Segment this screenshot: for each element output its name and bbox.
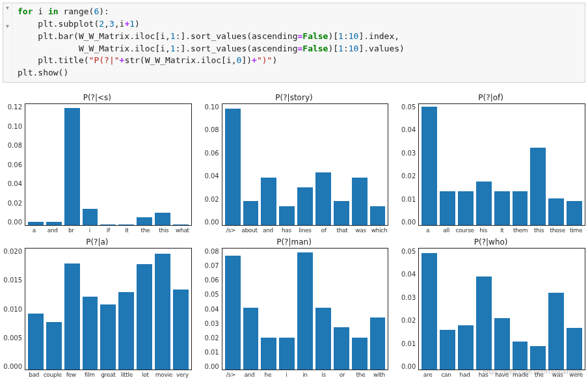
code-content[interactable]: for i in range(6): plt.subplot(2,3,i+1) …: [12, 3, 410, 82]
x-tick: and: [259, 226, 278, 235]
x-tick: that: [333, 226, 352, 235]
plot-area: [418, 248, 585, 370]
chart-body: 0.120.100.080.060.040.020.00: [3, 103, 192, 226]
x-tick: made: [511, 370, 530, 379]
bar: [83, 297, 98, 370]
x-tick: i: [277, 370, 296, 379]
fold-triangle[interactable]: ▾: [6, 5, 9, 11]
bar: [155, 254, 170, 370]
y-tick: 0.12: [8, 103, 22, 111]
bar: [28, 314, 44, 370]
x-tick: course: [455, 226, 474, 235]
y-tick: 0.01: [401, 196, 416, 203]
x-tick: a: [418, 226, 437, 235]
x-tick: the: [529, 370, 548, 379]
x-tick: them: [511, 226, 530, 235]
x-tick: his: [474, 226, 493, 235]
bar: [440, 330, 455, 370]
y-tick: 0.01: [401, 340, 416, 347]
bar: [46, 222, 62, 225]
x-axis: /s>aboutandhaslinesofthatwaswhich: [200, 226, 389, 235]
x-tick: it: [492, 226, 511, 235]
y-tick: 0.00: [401, 219, 416, 226]
x-tick: lines: [296, 226, 315, 235]
bar: [155, 213, 170, 225]
chart-body: 0.080.070.060.050.040.030.020.010.00: [200, 248, 389, 370]
y-axis: 0.120.100.080.060.040.020.00: [3, 103, 25, 226]
x-tick: can: [437, 370, 456, 379]
plot-area: [25, 248, 192, 370]
y-tick: 0.010: [3, 306, 22, 313]
x-tick: what: [173, 226, 192, 235]
bar: [64, 108, 80, 225]
x-axis: arecanhadhashavemadethewaswere: [396, 370, 585, 379]
y-axis: 0.050.040.030.020.010.00: [396, 248, 418, 370]
y-tick: 0.05: [401, 248, 416, 255]
code-cell[interactable]: ▾ ▾ for i in range(6): plt.subplot(2,3,i…: [3, 3, 585, 83]
x-tick: the: [136, 226, 155, 235]
chart-title: P(?|who): [396, 237, 585, 247]
x-tick: great: [99, 370, 118, 379]
y-tick: 0.00: [204, 363, 219, 370]
bar: [243, 308, 259, 370]
chart-1: P(?|story)0.100.080.060.040.020.00/s>abo…: [200, 93, 389, 235]
y-axis: 0.050.040.030.020.010.00: [396, 103, 418, 226]
x-tick: has: [277, 226, 296, 235]
x-tick: with: [370, 370, 389, 379]
chart-body: 0.100.080.060.040.020.00: [200, 103, 389, 226]
x-tick: movie: [155, 370, 174, 379]
bar: [100, 224, 116, 226]
y-tick: 0.02: [204, 196, 219, 203]
bar: [370, 317, 386, 370]
y-tick: 0.04: [401, 271, 416, 278]
y-axis: 0.100.080.060.040.020.00: [200, 103, 222, 226]
y-tick: 0.04: [204, 306, 219, 313]
y-tick: 0.00: [401, 363, 416, 370]
x-tick: if: [99, 226, 118, 235]
bar: [261, 338, 276, 370]
y-tick: 0.020: [3, 248, 22, 255]
y-tick: 0.05: [401, 103, 416, 111]
y-tick: 0.015: [3, 276, 22, 284]
x-tick: all: [437, 226, 456, 235]
chart-title: P(?|<s): [3, 93, 192, 102]
y-tick: 0.06: [204, 276, 219, 284]
y-tick: 0.00: [204, 219, 219, 226]
y-tick: 0.000: [3, 363, 22, 370]
x-axis: aallcoursehisitthemthisthosetime: [396, 226, 585, 235]
chart-title: P(?|of): [396, 93, 585, 102]
chart-0: P(?|<s)0.120.100.080.060.040.020.00aandb…: [3, 93, 192, 235]
x-tick: lot: [136, 370, 155, 379]
bar: [334, 201, 349, 225]
bar: [352, 178, 368, 225]
chart-body: 0.050.040.030.020.010.00: [396, 248, 585, 370]
x-tick: are: [418, 370, 437, 379]
y-tick: 0.02: [401, 317, 416, 324]
bar: [225, 256, 241, 370]
x-tick: has: [474, 370, 493, 379]
plot-area: [222, 103, 389, 226]
bar: [173, 224, 189, 226]
y-tick: 0.02: [401, 172, 416, 180]
y-tick: 0.08: [204, 126, 219, 133]
y-axis: 0.080.070.060.050.040.030.020.010.00: [200, 248, 222, 370]
x-tick: or: [333, 370, 352, 379]
bar: [64, 263, 80, 370]
x-tick: /s>: [222, 370, 241, 379]
bar: [261, 178, 276, 225]
bar: [315, 308, 331, 370]
x-tick: the: [351, 370, 370, 379]
x-tick: film: [81, 370, 100, 379]
bar: [370, 206, 386, 225]
x-tick: this: [155, 226, 174, 235]
y-tick: 0.02: [8, 200, 22, 207]
x-axis: badcouplefewfilmgreatlittlelotmovievery: [3, 370, 192, 379]
x-tick: /s>: [222, 226, 241, 235]
bar: [530, 148, 546, 225]
y-tick: 0.08: [204, 248, 219, 255]
y-tick: 0.05: [204, 291, 219, 298]
fold-triangle[interactable]: ▾: [6, 23, 9, 29]
bar: [458, 191, 474, 225]
x-tick: bad: [25, 370, 44, 379]
y-tick: 0.03: [401, 294, 416, 301]
